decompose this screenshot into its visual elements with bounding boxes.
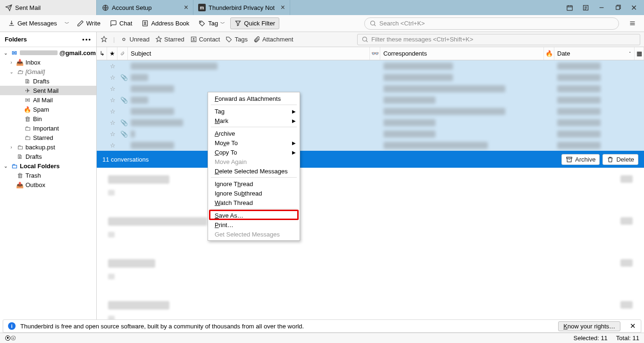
svg-point-8 xyxy=(123,38,125,41)
minimize-icon[interactable]: − xyxy=(598,4,605,11)
close-window-icon[interactable]: ✕ xyxy=(630,4,637,11)
menu-tag[interactable]: Tag▶ xyxy=(208,106,300,116)
folder-sent-mail[interactable]: ✈Sent Mail xyxy=(0,86,96,95)
menu-ignore-subthread[interactable]: Ignore Subthread xyxy=(208,188,300,198)
preview-item[interactable] xyxy=(108,175,633,196)
know-rights-button[interactable]: Know your rights… xyxy=(558,321,620,331)
quick-filter-button[interactable]: Quick Filter xyxy=(230,17,279,29)
col-attachment[interactable] xyxy=(117,47,128,60)
maximize-icon[interactable] xyxy=(614,4,621,11)
folder-spam[interactable]: 🔥Spam xyxy=(0,105,96,114)
folder-all-mail[interactable]: ✉All Mail xyxy=(0,95,96,105)
message-row[interactable]: ☆📎███████████████████████ xyxy=(97,128,644,139)
chevron-right-icon: ▶ xyxy=(292,109,296,114)
folder-bin[interactable]: 🗑Bin xyxy=(0,114,96,123)
menu-ignore-thread[interactable]: Ignore Thread xyxy=(208,179,300,188)
col-correspondents[interactable]: Correspondents xyxy=(380,47,544,60)
folder-gmail[interactable]: ⌄🗀[Gmail] xyxy=(0,67,96,76)
filter-search-input[interactable]: Filter these messages <Ctrl+Shift+K> xyxy=(357,34,640,45)
preview-item[interactable] xyxy=(108,301,633,319)
menu-watch-thread[interactable]: Watch Thread xyxy=(208,198,300,207)
folder-options-button[interactable]: ••• xyxy=(82,36,92,43)
menu-save-as[interactable]: Save As… xyxy=(208,211,300,220)
message-row[interactable]: ☆📎██████████████████████████████ xyxy=(97,72,644,83)
close-icon[interactable]: × xyxy=(281,3,285,12)
delete-button[interactable]: Delete xyxy=(602,154,638,165)
preview-pane xyxy=(97,168,644,319)
menu-move-to[interactable]: Move To▶ xyxy=(208,138,300,147)
close-icon[interactable]: × xyxy=(184,3,188,12)
unread-icon xyxy=(120,36,127,43)
star-icon xyxy=(155,36,162,43)
filter-starred[interactable]: Starred xyxy=(155,36,184,43)
label: Drafts xyxy=(25,153,42,160)
col-thread[interactable]: ↳ xyxy=(97,47,107,60)
inbox-icon: 📥 xyxy=(16,59,24,66)
tab-label: Account Setup xyxy=(112,4,152,11)
folder-backup[interactable]: ›🗀backup.pst xyxy=(0,142,96,152)
tab-privacy[interactable]: m Thunderbird Privacy Notice × xyxy=(193,0,290,15)
account-row[interactable]: ⌄✉@gmail.com xyxy=(0,48,96,57)
search-icon xyxy=(369,20,376,27)
message-row[interactable]: ☆███████████████████████████████████████… xyxy=(97,60,644,72)
col-subject[interactable]: Subject xyxy=(128,47,370,60)
filter-pin-button[interactable] xyxy=(100,36,108,43)
filter-contact[interactable]: Contact xyxy=(190,36,220,43)
message-row[interactable]: ☆███████████████████████████████████████… xyxy=(97,139,644,151)
tag-button[interactable]: Tag ﹀ xyxy=(194,17,229,29)
folder-icon: 🗀 xyxy=(24,125,31,132)
col-spam[interactable]: 🔥 xyxy=(544,47,554,60)
label: Starred xyxy=(33,134,53,141)
mail-icon: ✉ xyxy=(24,97,31,104)
menu-forward-attachments[interactable]: Forward as Attachments xyxy=(208,94,300,103)
get-messages-button[interactable]: Get Messages xyxy=(4,17,61,29)
menu-delete-selected[interactable]: Delete Selected Messages xyxy=(208,166,300,176)
svg-point-7 xyxy=(371,21,375,25)
tab-account-setup[interactable]: Account Setup × xyxy=(97,0,193,15)
label: Tag xyxy=(208,20,218,27)
folder-drafts[interactable]: 🗎Drafts xyxy=(0,76,96,86)
message-row[interactable]: ☆📎██████████████████████████████████ xyxy=(97,117,644,128)
app-menu-button[interactable] xyxy=(625,17,640,29)
info-icon: i xyxy=(8,322,16,330)
write-button[interactable]: Write xyxy=(73,17,105,29)
filter-attachment[interactable]: Attachment xyxy=(253,36,293,43)
preview-item[interactable] xyxy=(108,217,633,237)
local-folders-row[interactable]: ⌄🗀Local Folders xyxy=(0,161,96,171)
svg-rect-1 xyxy=(567,6,572,10)
menu-archive[interactable]: Archive xyxy=(208,129,300,138)
label: Write xyxy=(86,20,100,27)
chevron-down-icon: ﹀ xyxy=(220,20,225,27)
folder-trash[interactable]: 🗑Trash xyxy=(0,171,96,180)
address-book-button[interactable]: Address Book xyxy=(137,17,193,29)
filter-unread[interactable]: Unread xyxy=(120,36,150,43)
preview-item[interactable] xyxy=(108,259,633,279)
menu-print[interactable]: Print… xyxy=(208,220,300,229)
tasks-icon[interactable] xyxy=(582,4,589,11)
folder-important[interactable]: 🗀Important xyxy=(0,123,96,133)
message-row[interactable]: ☆📎██████████████████████████ xyxy=(97,94,644,106)
folder-inbox[interactable]: ›📥Inbox xyxy=(0,57,96,67)
global-search-input[interactable]: Search <Ctrl+K> xyxy=(364,17,619,30)
menu-copy-to[interactable]: Copy To▶ xyxy=(208,147,300,157)
folder-drafts2[interactable]: 🗎Drafts xyxy=(0,152,96,161)
drafts-icon: 🗎 xyxy=(24,78,31,85)
calendar-icon[interactable] xyxy=(566,4,573,11)
get-messages-dropdown[interactable]: ﹀ xyxy=(62,18,72,29)
label: Contact xyxy=(199,36,220,43)
archive-button[interactable]: Archive xyxy=(561,154,600,165)
menu-mark[interactable]: Mark▶ xyxy=(208,116,300,125)
tab-sent-mail[interactable]: Sent Mail xyxy=(0,0,97,15)
col-star[interactable]: ★ xyxy=(107,47,117,60)
col-picker[interactable]: ▦ xyxy=(635,47,644,60)
message-row[interactable]: ☆███████████████████████████████████████… xyxy=(97,106,644,117)
close-notification-button[interactable]: ✕ xyxy=(630,322,636,330)
col-read[interactable]: 👓 xyxy=(370,47,380,60)
spam-icon: 🔥 xyxy=(24,106,31,113)
col-date[interactable]: Date˄ xyxy=(554,47,635,60)
folder-starred[interactable]: 🗀Starred xyxy=(0,133,96,142)
folder-outbox[interactable]: 📤Outbox xyxy=(0,180,96,189)
chat-button[interactable]: Chat xyxy=(106,17,136,29)
filter-tags[interactable]: Tags xyxy=(226,36,247,43)
message-row[interactable]: ☆███████████████████████████████████████… xyxy=(97,83,644,94)
